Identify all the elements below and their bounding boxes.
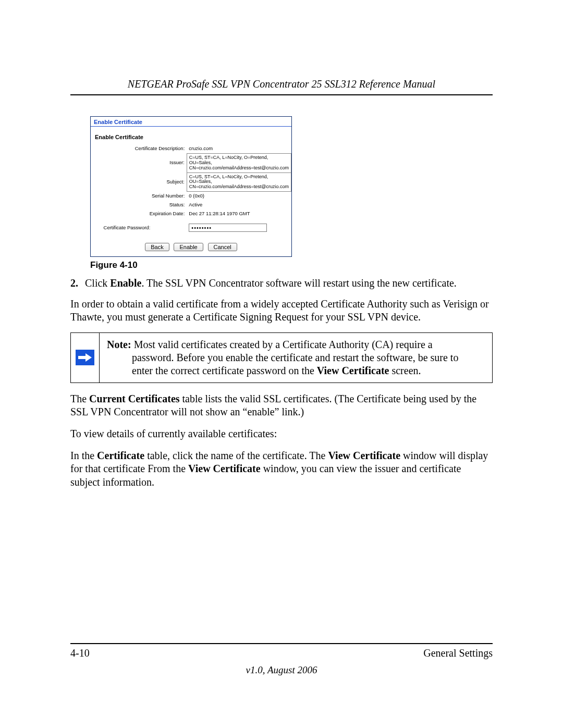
button-row: Back Enable Cancel (91, 233, 291, 256)
value-expiration: Dec 27 11:28:14 1970 GMT (187, 209, 291, 218)
label-issuer: Issuer: (91, 153, 187, 172)
label-password: Certificate Password: (91, 218, 187, 233)
back-button[interactable]: Back (145, 243, 169, 251)
step-2: 2. Click Enable. The SSL VPN Concentrato… (70, 277, 493, 290)
value-description: cruzio.com (187, 144, 291, 153)
page-footer: 4-10 General Settings v1.0, August 2006 (70, 643, 493, 676)
row-subject: Subject: C=US, ST=CA, L=NoCity, O=Preten… (91, 172, 291, 192)
footer-section-title: General Settings (423, 647, 493, 659)
label-subject: Subject: (91, 172, 187, 192)
row-status: Status: Active (91, 201, 291, 209)
value-issuer: C=US, ST=CA, L=NoCity, O=Pretend, OU=Sal… (187, 153, 291, 172)
label-serial: Serial Number: (91, 192, 187, 201)
header-rule (70, 94, 493, 95)
row-expiration: Expiration Date: Dec 27 11:28:14 1970 GM… (91, 209, 291, 218)
note-icon-cell (71, 333, 100, 382)
value-serial: 0 (0x0) (187, 192, 291, 201)
enable-certificate-panel: Enable Certificate Enable Certificate Ce… (90, 116, 292, 257)
enable-button[interactable]: Enable (174, 243, 203, 251)
certificate-password-input[interactable] (189, 224, 267, 232)
certificate-details-table: Certificate Description: cruzio.com Issu… (91, 144, 291, 233)
paragraph-ca: In order to obtain a valid certificate f… (70, 298, 493, 324)
svg-marker-1 (85, 353, 92, 362)
panel-section-title: Enable Certificate (91, 127, 291, 144)
step-text: Click Enable. The SSL VPN Concentrator s… (85, 277, 457, 290)
paragraph-current-certs: The Current Certificates table lists the… (70, 392, 493, 419)
row-issuer: Issuer: C=US, ST=CA, L=NoCity, O=Pretend… (91, 153, 291, 172)
paragraph-view-intro: To view details of currently available c… (70, 427, 493, 441)
row-serial: Serial Number: 0 (0x0) (91, 192, 291, 201)
paragraph-view-detail: In the Certificate table, click the name… (70, 449, 493, 489)
row-password: Certificate Password: (91, 218, 291, 233)
running-header: NETGEAR ProSafe SSL VPN Concentrator 25 … (70, 78, 493, 90)
figure-caption: Figure 4-10 (90, 260, 493, 270)
footer-version: v1.0, August 2006 (70, 664, 493, 676)
footer-page-number: 4-10 (70, 647, 90, 659)
label-description: Certificate Description: (91, 144, 187, 153)
value-subject: C=US, ST=CA, L=NoCity, O=Pretend, OU=Sal… (187, 172, 291, 192)
arrow-right-icon (76, 350, 94, 365)
cancel-button[interactable]: Cancel (208, 243, 237, 251)
footer-rule (70, 643, 493, 644)
panel-title: Enable Certificate (91, 117, 291, 126)
label-expiration: Expiration Date: (91, 209, 187, 218)
step-number: 2. (70, 277, 85, 290)
note-box: Note: Most valid certificates created by… (70, 332, 493, 383)
value-status: Active (187, 201, 291, 209)
label-status: Status: (91, 201, 187, 209)
svg-rect-0 (78, 356, 87, 359)
note-body: Note: Most valid certificates created by… (100, 333, 464, 382)
row-description: Certificate Description: cruzio.com (91, 144, 291, 153)
